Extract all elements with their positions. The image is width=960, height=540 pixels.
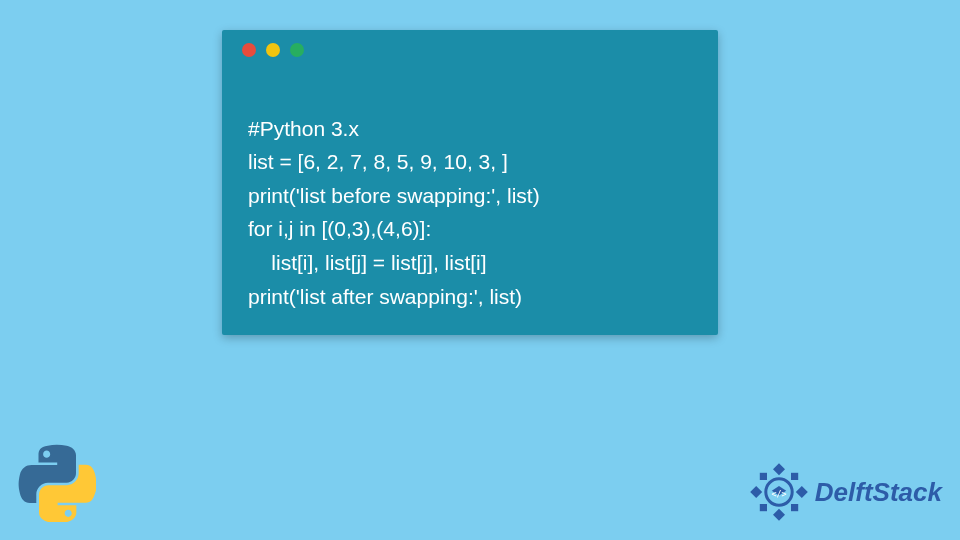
svg-text:</>: </> xyxy=(771,489,786,499)
maximize-icon xyxy=(290,43,304,57)
svg-marker-5 xyxy=(791,473,798,480)
python-logo-icon xyxy=(18,444,96,522)
code-line: #Python 3.x xyxy=(248,117,359,140)
svg-marker-1 xyxy=(773,509,785,521)
code-window: #Python 3.x list = [6, 2, 7, 8, 5, 9, 10… xyxy=(222,30,718,335)
svg-marker-0 xyxy=(773,463,785,475)
code-line: for i,j in [(0,3),(4,6)]: xyxy=(248,217,431,240)
minimize-icon xyxy=(266,43,280,57)
svg-marker-2 xyxy=(750,486,762,498)
code-body: #Python 3.x list = [6, 2, 7, 8, 5, 9, 10… xyxy=(222,70,718,313)
delftstack-logo: </> DelftStack xyxy=(749,462,942,522)
svg-marker-6 xyxy=(760,504,767,511)
window-title-bar xyxy=(222,30,718,70)
code-line: print('list after swapping:', list) xyxy=(248,285,522,308)
brand-name: DelftStack xyxy=(815,477,942,508)
svg-marker-3 xyxy=(796,486,808,498)
close-icon xyxy=(242,43,256,57)
code-line: print('list before swapping:', list) xyxy=(248,184,540,207)
code-line: list[i], list[j] = list[j], list[i] xyxy=(248,251,487,274)
delftstack-emblem-icon: </> xyxy=(749,462,809,522)
svg-marker-4 xyxy=(760,473,767,480)
code-line: list = [6, 2, 7, 8, 5, 9, 10, 3, ] xyxy=(248,150,508,173)
svg-marker-7 xyxy=(791,504,798,511)
